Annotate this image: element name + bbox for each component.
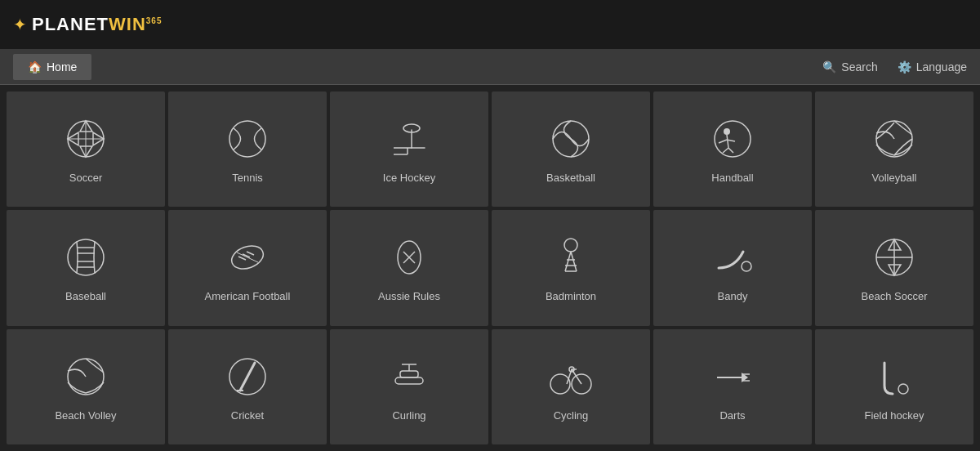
cricket-icon [223,352,272,401]
sport-card-beach-volley[interactable]: Beach Volley [7,329,165,444]
baseball-label: Baseball [65,290,106,302]
bandy-label: Bandy [718,290,748,302]
svg-point-14 [68,239,104,275]
basketball-label: Basketball [546,172,595,184]
sport-card-beach-soccer[interactable]: Beach Soccer [815,210,973,325]
badminton-label: Badminton [546,290,596,302]
handball-label: Handball [711,172,753,184]
ice-hockey-icon [385,114,434,163]
darts-label: Darts [719,409,745,422]
curling-label: Curling [392,409,425,422]
handball-icon [708,114,757,163]
beach-volley-icon [61,352,110,401]
svg-rect-36 [400,371,418,377]
home-icon: 🏠 [28,60,42,74]
volleyball-label: Volleyball [872,172,917,184]
beach-volley-label: Beach Volley [55,409,116,422]
svg-line-17 [238,257,246,260]
svg-point-5 [229,121,265,157]
bandy-icon [708,233,757,282]
soccer-icon [61,114,110,163]
svg-point-47 [898,384,908,394]
sport-card-tennis[interactable]: Tennis [168,92,327,207]
svg-line-19 [247,252,254,255]
sport-card-american-football[interactable]: American Football [168,210,327,325]
svg-point-29 [742,261,751,271]
aussie-rules-icon [385,233,434,282]
gear-icon: ⚙️ [898,60,911,74]
language-button[interactable]: ⚙️ Language [898,60,967,74]
sports-grid: SoccerTennisIce HockeyBasketballHandball… [0,85,980,451]
header: ✦ PLANETWIN365 [0,0,980,49]
american-football-label: American Football [205,290,291,302]
beach-soccer-label: Beach Soccer [862,290,928,302]
sport-card-ice-hockey[interactable]: Ice Hockey [330,92,488,207]
sport-card-basketball[interactable]: Basketball [492,92,650,207]
svg-point-23 [564,239,577,252]
baseball-icon [61,233,110,282]
sport-card-cricket[interactable]: Cricket [168,329,327,444]
volleyball-icon [870,114,919,163]
sport-card-bandy[interactable]: Bandy [653,210,812,325]
logo-text: PLANETWIN365 [32,14,162,35]
cricket-label: Cricket [231,409,264,422]
beach-soccer-icon [870,233,919,282]
tennis-label: Tennis [232,172,263,184]
sport-card-baseball[interactable]: Baseball [7,210,165,325]
home-button[interactable]: 🏠 Home [13,54,91,80]
sport-card-badminton[interactable]: Badminton [492,210,650,325]
logo-arc: ✦ [13,15,27,34]
field-hockey-icon [870,352,919,401]
nav-bar: 🏠 Home 🔍 Search ⚙️ Language [0,49,980,85]
cycling-label: Cycling [554,409,589,422]
nav-left: 🏠 Home [13,54,91,80]
svg-line-24 [565,252,571,271]
sport-card-darts[interactable]: Darts [653,329,812,444]
ice-hockey-label: Ice Hockey [383,172,435,184]
field-hockey-label: Field hockey [865,409,924,422]
sport-card-handball[interactable]: Handball [653,92,812,207]
sport-card-cycling[interactable]: Cycling [492,329,650,444]
badminton-icon [546,233,595,282]
darts-icon [708,352,757,401]
soccer-label: Soccer [69,172,102,184]
sport-card-aussie-rules[interactable]: Aussie Rules [330,210,488,325]
home-label: Home [47,60,77,74]
sport-card-volleyball[interactable]: Volleyball [815,92,973,207]
language-label: Language [916,60,967,74]
search-icon: 🔍 [822,60,836,74]
svg-rect-35 [395,377,423,384]
search-button[interactable]: 🔍 Search [822,60,877,74]
american-football-icon [223,233,272,282]
sport-card-field-hockey[interactable]: Field hockey [815,329,973,444]
basketball-icon [546,114,595,163]
sport-card-curling[interactable]: Curling [330,329,488,444]
cycling-icon [546,352,595,401]
search-label: Search [841,60,877,74]
aussie-rules-label: Aussie Rules [378,290,440,302]
logo[interactable]: ✦ PLANETWIN365 [13,14,162,35]
svg-point-12 [724,128,730,135]
curling-icon [385,352,434,401]
nav-right: 🔍 Search ⚙️ Language [822,60,967,74]
svg-line-25 [571,252,577,271]
tennis-icon [223,114,272,163]
sport-card-soccer[interactable]: Soccer [7,92,165,207]
